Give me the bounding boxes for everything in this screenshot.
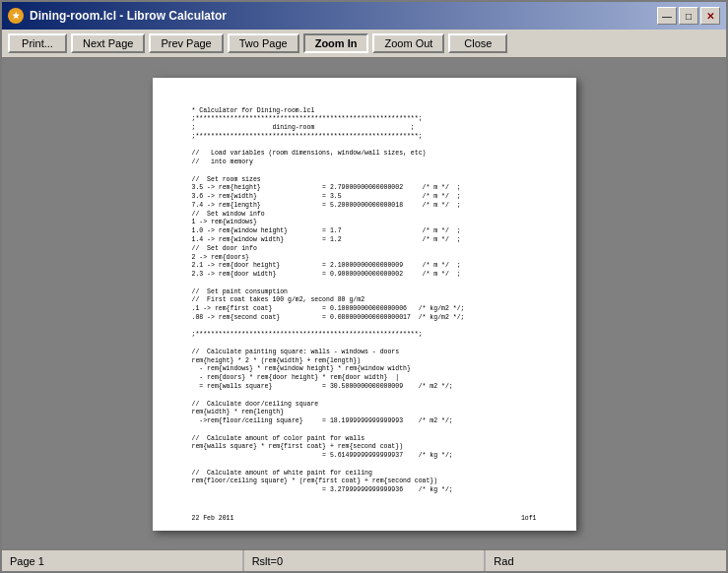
result-status: Rslt=0 [244,550,487,571]
app-icon: ★ [8,8,24,24]
mode-label: Rad [494,555,513,567]
page-label: Page 1 [10,555,44,567]
zoom-in-button[interactable]: Zoom In [303,33,369,53]
two-page-button[interactable]: Two Page [228,33,299,53]
page: * Calculator for Dining-room.lcl ;******… [153,78,576,531]
app-window: ★ Dining-room.lcl - Librow Calculator — … [0,0,728,573]
preview-area: * Calculator for Dining-room.lcl ;******… [2,58,726,549]
page-number: 1of1 [521,515,537,522]
page-date: 22 Feb 2011 [192,515,234,522]
prev-page-button[interactable]: Prev Page [149,33,223,53]
page-content: * Calculator for Dining-room.lcl ;******… [192,107,537,495]
print-button[interactable]: Print... [8,33,67,53]
next-page-button[interactable]: Next Page [71,33,145,53]
mode-status: Rad [486,550,726,571]
toolbar: Print... Next Page Prev Page Two Page Zo… [2,30,726,58]
minimize-button[interactable]: — [657,7,677,25]
maximize-button[interactable]: □ [679,7,698,25]
zoom-out-button[interactable]: Zoom Out [372,33,444,53]
status-bar: Page 1 Rslt=0 Rad [2,549,726,571]
window-title: Dining-room.lcl - Librow Calculator [30,9,651,23]
close-window-button[interactable]: ✕ [700,7,720,25]
page-status: Page 1 [2,550,244,571]
result-label: Rslt=0 [252,555,284,567]
window-controls: — □ ✕ [657,7,720,25]
title-bar: ★ Dining-room.lcl - Librow Calculator — … [2,2,726,30]
close-preview-button[interactable]: Close [448,33,507,53]
